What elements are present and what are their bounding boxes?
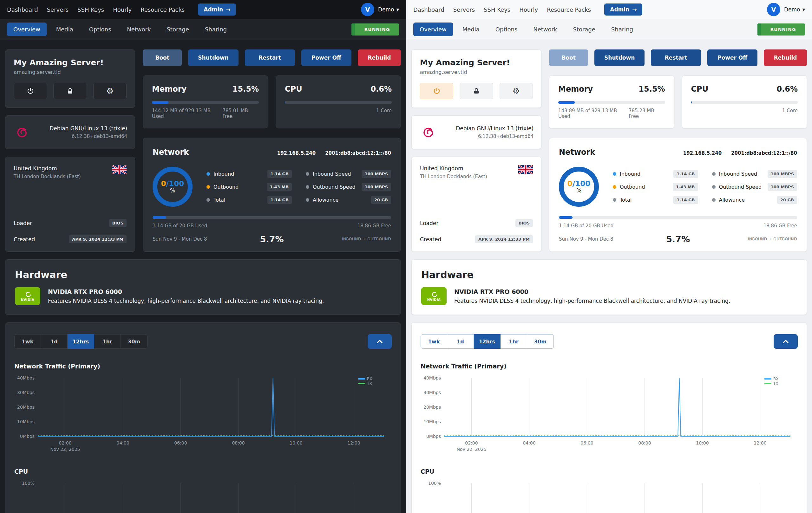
nav-item-resource-packs[interactable]: Resource Packs [547,6,591,13]
loader-row: Loader BIOS [13,219,126,227]
network-usage-gauge: 0/100 % [152,167,193,207]
stat-allowance: Allowance20 GB [306,196,391,204]
network-usage-percent: 5.7% [260,234,284,244]
memory-bar [558,101,665,104]
power-off-button[interactable]: Power Off [301,50,351,66]
memory-card: Memory 15.5% 144.12 MB of 929.13 MB Used… [143,76,268,128]
rebuild-button[interactable]: Rebuild [358,50,401,66]
usage-caption: INBOUND + OUTBOUND [748,237,798,241]
gauge-max: /100 [166,179,184,188]
debian-logo [419,123,437,141]
range-1hr[interactable]: 1hr [94,334,121,349]
range-12hrs[interactable]: 12hrs [474,334,500,349]
range-1d[interactable]: 1d [447,334,474,349]
admin-button-label: Admin [204,6,223,13]
tab-sharing[interactable]: Sharing [605,23,639,36]
avatar[interactable]: V [767,3,780,16]
user-menu[interactable]: Demo ▾ [784,6,805,13]
range-1wk[interactable]: 1wk [420,334,447,349]
boot-button[interactable]: Boot [143,50,182,66]
nav-item-ssh-keys[interactable]: SSH Keys [78,6,104,13]
nav-right: V Demo ▾ [361,3,399,16]
location-card: United Kingdom TH London Docklands (East… [5,157,135,252]
svg-text:100%: 100% [22,481,35,486]
tab-sharing[interactable]: Sharing [199,23,233,36]
settings-button[interactable]: ⚙ [499,83,533,99]
tab-overview[interactable]: Overview [7,23,47,36]
memory-percent: 15.5% [232,85,259,93]
tab-options[interactable]: Options [489,23,524,36]
range-1d[interactable]: 1d [41,334,67,349]
range-1wk[interactable]: 1wk [14,334,41,349]
svg-text:08:00: 08:00 [638,441,651,446]
svg-text:30Mbps: 30Mbps [17,390,35,395]
power-button[interactable] [13,83,47,99]
hardware-title: Hardware [15,269,391,280]
stat-inbound: Inbound1.14 GB [206,170,292,178]
allowance-dot-icon [712,198,716,202]
network-used: 1.14 GB of 20 GB Used [559,223,613,229]
tab-network[interactable]: Network [120,23,157,36]
lock-button[interactable] [460,83,493,99]
tab-overview[interactable]: Overview [413,23,453,36]
power-button[interactable] [420,83,453,99]
svg-text:10Mbps: 10Mbps [424,419,441,424]
nav-links: Dashboard Servers SSH Keys Hourly Resour… [413,3,642,16]
shutdown-button[interactable]: Shutdown [188,50,238,66]
shutdown-button[interactable]: Shutdown [594,50,644,66]
user-menu[interactable]: Demo ▾ [378,6,399,13]
nav-item-ssh-keys[interactable]: SSH Keys [484,6,510,13]
collapse-button[interactable] [368,334,392,349]
restart-button[interactable]: Restart [651,50,701,66]
billing-period: Sun Nov 9 - Mon Dec 8 [559,236,613,242]
nav-item-dashboard[interactable]: Dashboard [7,6,38,13]
svg-text:06:00: 06:00 [580,441,593,446]
tab-storage[interactable]: Storage [160,23,195,36]
tab-options[interactable]: Options [83,23,117,36]
svg-text:40Mbps: 40Mbps [17,375,35,381]
time-range-group: 1wk 1d 12hrs 1hr 30m [420,334,554,349]
nav-item-hourly[interactable]: Hourly [113,6,132,13]
range-30m[interactable]: 30m [527,334,554,349]
cpu-bar-fill [285,101,286,104]
range-1hr[interactable]: 1hr [500,334,527,349]
gauge-value: 0 [568,179,573,188]
svg-text:20Mbps: 20Mbps [424,404,441,410]
status-badge-label: RUNNING [771,27,796,32]
collapse-button[interactable] [774,334,798,349]
svg-text:02:00: 02:00 [59,441,71,446]
tab-media[interactable]: Media [50,23,80,36]
nav-item-servers[interactable]: Servers [453,6,475,13]
nav-item-resource-packs[interactable]: Resource Packs [141,6,184,13]
cpu-bar [285,101,392,104]
nav-item-dashboard[interactable]: Dashboard [413,6,444,13]
lock-button[interactable] [53,83,87,99]
left-column: My Amazing Server! amazing.server.tld ⚙ [5,50,135,252]
outbound-dot-icon [613,185,616,189]
power-off-button[interactable]: Power Off [707,50,757,66]
tab-media[interactable]: Media [456,23,486,36]
stat-total: Total1.14 GB [613,196,698,204]
uk-flag-icon [112,165,126,174]
os-card: Debian GNU/Linux 13 (trixie) 6.12.38+deb… [411,115,542,149]
tab-network[interactable]: Network [527,23,563,36]
dashboard-half: Dashboard Servers SSH Keys Hourly Resour… [0,0,406,513]
range-30m[interactable]: 30m [121,334,147,349]
admin-button[interactable]: Admin → [198,3,236,16]
boot-button[interactable]: Boot [549,50,588,66]
nav-item-hourly[interactable]: Hourly [519,6,538,13]
avatar[interactable]: V [361,3,374,16]
network-title: Network [152,148,189,157]
tab-bar: Overview Media Options Network Storage S… [406,19,812,40]
rebuild-button[interactable]: Rebuild [764,50,807,66]
settings-button[interactable]: ⚙ [93,83,126,99]
range-12hrs[interactable]: 12hrs [67,334,94,349]
tab-storage[interactable]: Storage [567,23,601,36]
memory-card: Memory 15.5% 143.89 MB of 929.13 MB Used… [549,76,674,128]
network-free: 18.86 GB Free [763,223,797,229]
restart-button[interactable]: Restart [245,50,295,66]
status-badge-strip [757,24,761,35]
admin-button[interactable]: Admin → [604,3,642,16]
os-kernel: 6.12.38+deb13-amd64 [36,133,127,139]
nav-item-servers[interactable]: Servers [47,6,68,13]
